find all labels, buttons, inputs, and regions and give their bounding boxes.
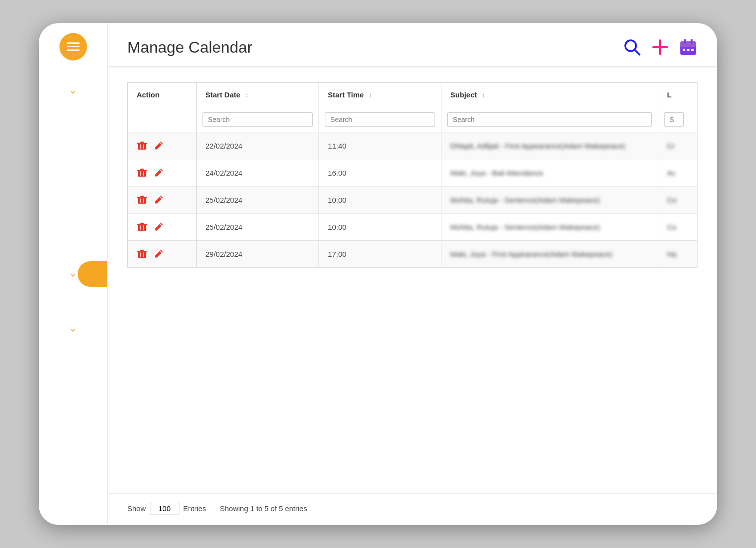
subject-text: Maki, Joya - First Appearance(Adam Makep… <box>450 250 612 258</box>
search-date-input[interactable] <box>203 112 313 127</box>
svg-rect-21 <box>137 170 147 171</box>
col-start-date[interactable]: Start Date ↕ <box>197 83 319 107</box>
table-footer: Show Entries Showing 1 to 5 of 5 entries <box>108 493 717 525</box>
last-col-text: Ac <box>667 169 676 177</box>
edit-button[interactable] <box>153 194 164 205</box>
subject-text: Mohita, Rutuja - Sentence(Adam Makepeace… <box>450 223 600 231</box>
delete-button[interactable] <box>137 248 147 259</box>
search-last-input[interactable] <box>664 112 684 127</box>
col-start-time[interactable]: Start Time ↕ <box>319 83 441 107</box>
col-action: Action <box>128 83 197 107</box>
subject-cell: Mohita, Rutuja - Sentence(Adam Makepeace… <box>441 186 658 213</box>
table-row: 25/02/202410:00Mohita, Rutuja - Sentence… <box>128 213 698 241</box>
search-action-cell <box>128 107 197 132</box>
sidebar: ⌄ ⌄ ⌄ <box>39 23 108 525</box>
entries-label: Entries <box>183 504 206 513</box>
sort-arrows-subject: ↕ <box>482 92 485 99</box>
search-subject-input[interactable] <box>447 112 652 127</box>
sort-arrows-date: ↕ <box>245 92 248 99</box>
svg-rect-13 <box>691 49 694 51</box>
svg-rect-25 <box>140 196 144 197</box>
last-col-text: Co <box>667 196 676 204</box>
table-row: 29/02/202417:00Maki, Joya - First Appear… <box>128 241 698 268</box>
last-cell: Cr <box>658 132 698 159</box>
edit-button[interactable] <box>153 140 164 151</box>
action-cell <box>128 132 197 159</box>
svg-rect-8 <box>680 41 696 47</box>
sidebar-chevron-3[interactable]: ⌄ <box>64 317 82 339</box>
calendar-button[interactable] <box>679 38 698 57</box>
action-cell <box>128 186 197 213</box>
menu-button[interactable] <box>59 33 87 61</box>
start-time-cell: 17:00 <box>319 241 441 268</box>
search-time-cell <box>319 107 441 132</box>
col-last: L <box>658 83 698 107</box>
svg-rect-36 <box>137 251 147 252</box>
table-container: Action Start Date ↕ Start Time ↕ Subject <box>108 67 717 493</box>
svg-rect-1 <box>67 46 80 47</box>
entries-input[interactable] <box>150 502 179 515</box>
edit-button[interactable] <box>153 221 164 232</box>
add-button[interactable] <box>651 38 669 56</box>
delete-button[interactable] <box>137 167 147 178</box>
search-subject-cell <box>441 107 658 132</box>
svg-rect-12 <box>687 49 690 51</box>
delete-button[interactable] <box>137 140 147 151</box>
subject-text: Dhlapit, Adlijati - First Appearance(Ada… <box>450 142 625 150</box>
sidebar-chevron-1[interactable]: ⌄ <box>64 79 82 101</box>
last-cell: Co <box>658 186 698 213</box>
last-cell: Co <box>658 213 698 241</box>
search-time-input[interactable] <box>325 112 435 127</box>
entries-info: Showing 1 to 5 of 5 entries <box>220 504 307 513</box>
show-label: Show <box>127 504 146 513</box>
svg-rect-26 <box>137 197 147 198</box>
delete-button[interactable] <box>137 221 147 232</box>
last-cell: Ha <box>658 241 698 268</box>
header-actions <box>623 38 698 57</box>
svg-rect-11 <box>683 49 685 51</box>
subject-cell: Maki, Joya - Bail Attendance <box>441 159 658 186</box>
start-date-cell: 29/02/2024 <box>197 241 319 268</box>
last-col-text: Co <box>667 223 676 231</box>
start-time-cell: 10:00 <box>319 213 441 241</box>
edit-button[interactable] <box>153 248 164 259</box>
start-time-cell: 16:00 <box>319 159 441 186</box>
search-button[interactable] <box>623 38 641 57</box>
svg-rect-10 <box>691 39 693 44</box>
subject-cell: Dhlapit, Adlijati - First Appearance(Ada… <box>441 132 658 159</box>
header: Manage Calendar <box>108 23 717 67</box>
svg-rect-15 <box>140 142 144 143</box>
svg-rect-2 <box>67 49 80 51</box>
table-row: 24/02/202416:00Maki, Joya - Bail Attenda… <box>128 159 698 186</box>
last-col-text: Ha <box>667 250 676 258</box>
edit-button[interactable] <box>153 167 164 178</box>
main-content: Manage Calendar <box>108 23 717 525</box>
svg-rect-0 <box>67 42 80 44</box>
page-title: Manage Calendar <box>127 38 252 57</box>
start-time-cell: 11:40 <box>319 132 441 159</box>
action-cell <box>128 159 197 186</box>
svg-rect-31 <box>137 224 147 225</box>
subject-text: Maki, Joya - Bail Attendance <box>450 169 543 177</box>
start-date-cell: 25/02/2024 <box>197 186 319 213</box>
search-last-cell <box>658 107 698 132</box>
action-cell <box>128 241 197 268</box>
action-cell <box>128 213 197 241</box>
svg-rect-9 <box>684 39 686 44</box>
start-date-cell: 24/02/2024 <box>197 159 319 186</box>
svg-rect-30 <box>140 223 144 224</box>
svg-rect-35 <box>140 250 144 251</box>
search-date-cell <box>197 107 319 132</box>
table-row: 22/02/202411:40Dhlapit, Adlijati - First… <box>128 132 698 159</box>
svg-line-4 <box>635 50 640 55</box>
start-date-cell: 25/02/2024 <box>197 213 319 241</box>
subject-text: Mohita, Rutuja - Sentence(Adam Makepeace… <box>450 196 600 204</box>
sort-arrows-time: ↕ <box>369 92 372 99</box>
svg-rect-20 <box>140 169 144 170</box>
last-col-text: Cr <box>667 142 675 150</box>
table-row: 25/02/202410:00Mohita, Rutuja - Sentence… <box>128 186 698 213</box>
col-subject[interactable]: Subject ↕ <box>441 83 658 107</box>
subject-cell: Mohita, Rutuja - Sentence(Adam Makepeace… <box>441 213 658 241</box>
delete-button[interactable] <box>137 194 147 205</box>
last-cell: Ac <box>658 159 698 186</box>
